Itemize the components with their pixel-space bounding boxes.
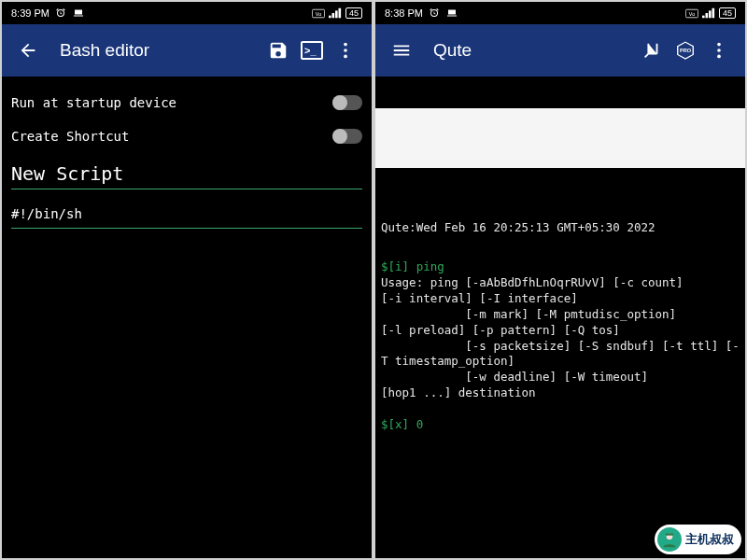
status-right: Vo 45	[685, 7, 736, 19]
terminal-prompt-exit: $[x] 0	[381, 417, 423, 431]
signal-icon	[329, 7, 342, 19]
terminal-body[interactable]: Qute:Wed Feb 16 20:25:13 GMT+05:30 2022 …	[375, 200, 745, 455]
svg-text:PRO: PRO	[680, 48, 692, 53]
svg-rect-3	[331, 13, 334, 18]
svg-point-19	[717, 49, 721, 52]
svg-rect-4	[335, 10, 338, 18]
laptop-icon	[72, 7, 85, 19]
status-bar: 8:39 PM Vo 45	[2, 2, 372, 24]
phone-left: 8:39 PM Vo 45 Bash editor >_	[2, 2, 372, 558]
watermark-text: 主机叔叔	[685, 531, 734, 548]
app-title: Bash editor	[60, 40, 261, 61]
svg-rect-5	[338, 8, 341, 19]
new-session-button[interactable]	[635, 34, 669, 67]
blank-band	[375, 108, 745, 168]
svg-rect-14	[712, 8, 714, 19]
save-button[interactable]	[261, 34, 295, 67]
status-time: 8:39 PM	[11, 7, 49, 19]
create-shortcut-toggle[interactable]	[332, 129, 362, 144]
volte-icon: Vo	[312, 8, 325, 19]
menu-button[interactable]	[385, 34, 418, 67]
setting-create-shortcut: Create Shortcut	[11, 119, 362, 153]
battery-level: 45	[345, 7, 362, 19]
signal-icon	[702, 7, 715, 19]
laptop-icon	[445, 7, 458, 19]
back-button[interactable]	[11, 34, 45, 67]
terminal-header-line: Qute:Wed Feb 16 20:25:13 GMT+05:30 2022	[381, 220, 740, 236]
svg-rect-11	[702, 16, 705, 19]
create-shortcut-label: Create Shortcut	[11, 129, 129, 144]
svg-text:Vo: Vo	[316, 10, 321, 16]
status-right: Vo 45	[312, 7, 362, 19]
app-bar-left: Bash editor >_	[2, 24, 372, 77]
battery-level: 45	[719, 7, 736, 19]
svg-text:Vo: Vo	[689, 10, 695, 16]
terminal-content[interactable]: Qute:Wed Feb 16 20:25:13 GMT+05:30 2022 …	[375, 77, 745, 485]
alarm-icon	[429, 7, 440, 19]
more-menu-button[interactable]	[329, 34, 362, 67]
editor-content: Run at startup device Create Shortcut	[2, 77, 372, 241]
terminal-prompt-input: $[i] ping	[381, 259, 444, 273]
app-title: Qute	[433, 40, 635, 61]
run-at-startup-toggle[interactable]	[332, 95, 362, 110]
status-left: 8:38 PM	[385, 7, 458, 19]
svg-rect-13	[709, 10, 712, 18]
svg-point-8	[344, 55, 347, 59]
pro-badge[interactable]: PRO	[669, 34, 702, 67]
svg-point-20	[717, 55, 721, 59]
svg-point-7	[344, 49, 347, 52]
volte-icon: Vo	[685, 8, 698, 19]
script-name-input[interactable]	[11, 159, 362, 189]
watermark-avatar-icon	[657, 527, 682, 552]
run-at-startup-label: Run at startup device	[11, 95, 176, 110]
status-left: 8:39 PM	[11, 7, 85, 19]
status-time: 8:38 PM	[385, 7, 423, 19]
script-body-input[interactable]	[11, 203, 362, 229]
svg-rect-12	[705, 13, 708, 18]
svg-rect-2	[329, 16, 331, 19]
more-menu-button[interactable]	[702, 34, 736, 67]
svg-point-18	[717, 43, 721, 47]
phone-right: 8:38 PM Vo 45 Qute	[375, 2, 745, 558]
terminal-output: Usage: ping [-aAbBdDfhLnOqrRUvV] [-c cou…	[381, 275, 740, 401]
svg-rect-22	[666, 533, 673, 536]
setting-run-at-startup: Run at startup device	[11, 86, 362, 119]
app-bar-right: Qute PRO	[375, 24, 745, 77]
run-terminal-button[interactable]: >_	[295, 34, 329, 67]
alarm-icon	[55, 7, 66, 19]
svg-point-6	[344, 43, 347, 47]
status-bar: 8:38 PM Vo 45	[375, 2, 745, 24]
watermark-badge: 主机叔叔	[655, 525, 741, 554]
